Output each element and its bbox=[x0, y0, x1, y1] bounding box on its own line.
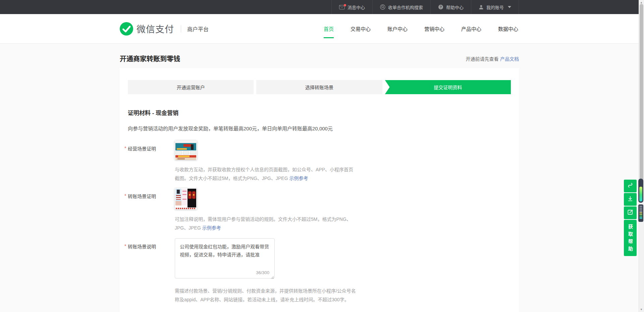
topbar-item-messages[interactable]: 消息中心 bbox=[331, 0, 372, 14]
nav-item-marketing[interactable]: 营销中心 bbox=[424, 23, 445, 34]
scrollbar[interactable]: ▲ ▼ bbox=[639, 0, 644, 312]
form-row-business-scene-proof: * 经营场景证明 与收款方互动，并获取收款方授权个人信息的页面截图，如公众号、A… bbox=[128, 140, 511, 183]
example-reference-link[interactable]: 示例参考 bbox=[289, 176, 308, 181]
thumb-decoration bbox=[175, 151, 196, 154]
download-icon bbox=[627, 195, 634, 203]
page-body: 开通商家转账到零钱 开通前请先查看 产品文档 开通运营账户 选择转账场景 提交证… bbox=[120, 44, 519, 312]
user-icon bbox=[479, 5, 484, 10]
svg-text:?: ? bbox=[440, 5, 442, 9]
topbar-item-label: 收单合作机构搜索 bbox=[388, 4, 423, 10]
required-asterisk: * bbox=[124, 145, 126, 151]
quick-link-button[interactable] bbox=[624, 180, 637, 192]
nav-item-account[interactable]: 账户中心 bbox=[387, 23, 408, 34]
form-row-transfer-scene-description: * 转账场景说明 公司使用现金红包功能，激励用户观看带货视频，促进交易，特申请开… bbox=[128, 238, 511, 304]
thumb-decoration bbox=[175, 158, 196, 160]
section-title: 证明材料 - 现金营销 bbox=[128, 108, 511, 117]
brand[interactable]: 微信支付 商户平台 bbox=[120, 22, 209, 36]
download-button[interactable] bbox=[624, 193, 637, 206]
nav-item-transactions[interactable]: 交易中心 bbox=[350, 23, 371, 34]
step-open-account: 开通运营账户 bbox=[128, 80, 254, 94]
required-asterisk: * bbox=[124, 243, 126, 249]
minimap-gradient-widget[interactable] bbox=[638, 179, 643, 203]
minimap-stripes-widget[interactable] bbox=[638, 204, 643, 222]
app-viewport: 消息中心 收单合作机构搜索 ? 帮助中心 我的账号 bbox=[0, 0, 639, 312]
transfer-scene-proof-thumbnail[interactable] bbox=[175, 188, 197, 209]
chevron-down-icon bbox=[508, 6, 511, 8]
title-row: 开通商家转账到零钱 开通前请先查看 产品文档 bbox=[120, 54, 519, 63]
question-icon: ? bbox=[438, 4, 443, 10]
field-label: * 转账场景说明 bbox=[128, 238, 175, 304]
minimap-gradient-bar bbox=[639, 187, 642, 201]
product-doc-link[interactable]: 产品文档 bbox=[500, 56, 519, 62]
link-icon bbox=[627, 182, 634, 190]
header: 微信支付 商户平台 首页 交易中心 账户中心 营销中心 产品中心 数据中心 bbox=[0, 14, 639, 44]
feedback-button[interactable] bbox=[624, 206, 637, 219]
main-nav: 首页 交易中心 账户中心 营销中心 产品中心 数据中心 bbox=[323, 23, 519, 34]
mail-icon bbox=[339, 5, 345, 9]
field-label: * 转账场景证明 bbox=[128, 188, 175, 232]
search-icon bbox=[380, 4, 385, 10]
thumb-decoration bbox=[182, 189, 187, 205]
field-help-text: 可加注释说明，需体现用户参与营销活动的规则。文件大小不超过5M，格式为PNG、J… bbox=[175, 215, 358, 232]
scrollbar-thumb[interactable] bbox=[640, 4, 643, 185]
char-counter: 36/300 bbox=[256, 270, 269, 275]
thumb-decoration bbox=[187, 189, 196, 207]
thumb-decoration bbox=[175, 189, 181, 205]
field-help-text: 需描述付款场景、营销/分销规则、付款资金来源，并提供转账场景所在小程序/公众号名… bbox=[175, 287, 360, 304]
example-reference-link[interactable]: 示例参考 bbox=[202, 225, 221, 231]
required-asterisk: * bbox=[124, 193, 126, 198]
thumb-decoration bbox=[176, 208, 196, 209]
topbar: 消息中心 收单合作机构搜索 ? 帮助中心 我的账号 bbox=[0, 0, 639, 14]
nav-item-products[interactable]: 产品中心 bbox=[461, 23, 482, 34]
thumb-decoration bbox=[175, 140, 197, 143]
form-row-transfer-scene-proof: * 转账场景证明 可加注释说明，需体现用户参与营销活动的规则。文件大小不超过5M… bbox=[128, 188, 511, 232]
wechat-pay-logo-icon bbox=[120, 22, 133, 36]
topbar-item-acquirer-search[interactable]: 收单合作机构搜索 bbox=[372, 0, 430, 14]
field-label: * 经营场景证明 bbox=[128, 140, 175, 183]
edit-icon bbox=[627, 209, 634, 217]
platform-label: 商户平台 bbox=[187, 25, 209, 33]
field-content: 与收款方互动，并获取收款方授权个人信息的页面截图，如公众号、APP、小程序首页截… bbox=[175, 140, 511, 183]
business-scene-proof-thumbnail[interactable] bbox=[175, 140, 197, 160]
brand-name: 微信支付 bbox=[137, 22, 174, 35]
thumb-decoration bbox=[175, 143, 196, 150]
step-submit-proof: 提交证明资料 bbox=[385, 80, 511, 94]
get-help-button[interactable]: 获取帮助 bbox=[624, 220, 637, 256]
nav-item-data[interactable]: 数据中心 bbox=[497, 23, 519, 34]
unread-badge bbox=[344, 4, 346, 6]
doc-hint: 开通前请先查看 bbox=[466, 56, 499, 62]
textarea-wrap: 公司使用现金红包功能，激励用户观看带货视频，促进交易，特申请开通，请批准 36/… bbox=[175, 238, 275, 280]
topbar-item-label: 我的账号 bbox=[486, 4, 504, 10]
header-inner: 微信支付 商户平台 首页 交易中心 账户中心 营销中心 产品中心 数据中心 bbox=[120, 14, 519, 43]
nav-item-home[interactable]: 首页 bbox=[323, 23, 334, 34]
brand-divider bbox=[181, 25, 181, 33]
doc-hint-wrap: 开通前请先查看 产品文档 bbox=[466, 55, 519, 62]
scroll-up-arrow-icon[interactable]: ▲ bbox=[640, 1, 643, 4]
topbar-item-label: 消息中心 bbox=[347, 4, 365, 10]
topbar-item-help-center[interactable]: ? 帮助中心 bbox=[430, 0, 471, 14]
step-indicator: 开通运营账户 选择转账场景 提交证明资料 bbox=[128, 80, 511, 94]
page-title: 开通商家转账到零钱 bbox=[120, 54, 180, 63]
field-content: 可加注释说明，需体现用户参与营销活动的规则。文件大小不超过5M，格式为PNG、J… bbox=[175, 188, 511, 232]
form-card: 开通运营账户 选择转账场景 提交证明资料 证明材料 - 现金营销 向参与营销活动… bbox=[120, 68, 519, 312]
topbar-item-label: 帮助中心 bbox=[446, 4, 464, 10]
step-choose-scene: 选择转账场景 bbox=[256, 80, 382, 94]
floating-tool-stack: 获取帮助 bbox=[624, 180, 637, 256]
thumb-decoration bbox=[175, 155, 196, 158]
section-description: 向参与营销活动的用户发放现金奖励，单笔转账最高200元，单日向单用户转账最高20… bbox=[128, 125, 511, 132]
field-help-text: 与收款方互动，并获取收款方授权个人信息的页面截图，如公众号、APP、小程序首页截… bbox=[175, 165, 358, 183]
topbar-inner: 消息中心 收单合作机构搜索 ? 帮助中心 我的账号 bbox=[120, 0, 519, 14]
scroll-down-arrow-icon[interactable]: ▼ bbox=[640, 308, 643, 311]
topbar-item-my-account[interactable]: 我的账号 bbox=[471, 0, 519, 14]
field-content: 公司使用现金红包功能，激励用户观看带货视频，促进交易，特申请开通，请批准 36/… bbox=[175, 238, 511, 304]
